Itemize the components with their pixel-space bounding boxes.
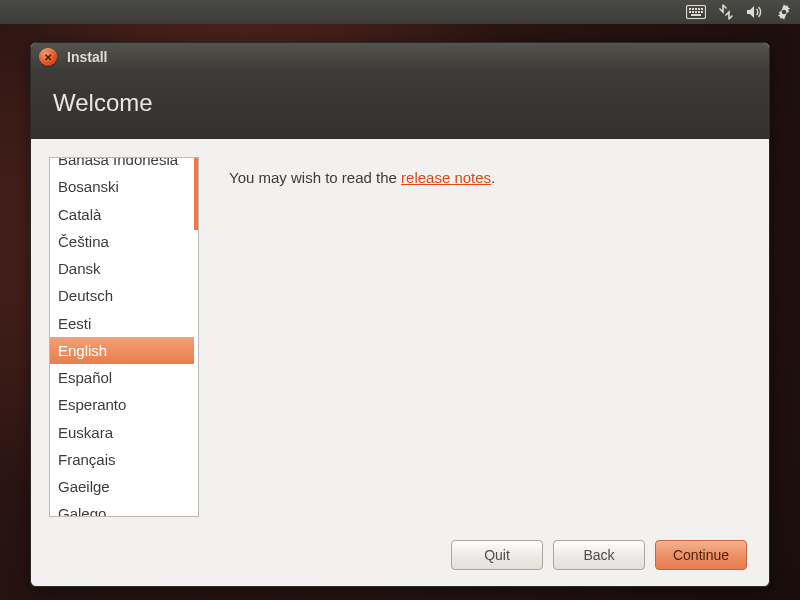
language-list[interactable]: Bahasa IndonesiaBosanskiCatalàČeštinaDan… — [49, 157, 199, 517]
svg-rect-10 — [701, 11, 703, 13]
svg-rect-9 — [698, 11, 700, 13]
language-option[interactable]: Bahasa Indonesia — [50, 157, 194, 173]
svg-point-12 — [782, 10, 786, 14]
language-option[interactable]: Dansk — [50, 255, 194, 282]
button-bar: Quit Back Continue — [31, 530, 769, 586]
close-icon[interactable]: ✕ — [39, 48, 57, 66]
svg-rect-7 — [692, 11, 694, 13]
svg-rect-6 — [689, 11, 691, 13]
svg-rect-11 — [691, 14, 701, 16]
message-suffix: . — [491, 169, 495, 186]
gear-icon[interactable] — [776, 4, 792, 20]
sound-icon[interactable] — [746, 4, 764, 20]
svg-rect-5 — [701, 8, 703, 10]
language-option[interactable]: Eesti — [50, 310, 194, 337]
language-option[interactable]: Esperanto — [50, 391, 194, 418]
svg-rect-4 — [698, 8, 700, 10]
quit-button[interactable]: Quit — [451, 540, 543, 570]
message-text: You may wish to read the release notes. — [229, 157, 495, 520]
language-option[interactable]: Gaeilge — [50, 473, 194, 500]
language-option[interactable]: Français — [50, 446, 194, 473]
top-menubar — [0, 0, 800, 24]
svg-rect-3 — [695, 8, 697, 10]
language-option[interactable]: Català — [50, 201, 194, 228]
release-notes-link[interactable]: release notes — [401, 169, 491, 186]
language-option[interactable]: Deutsch — [50, 282, 194, 309]
continue-button[interactable]: Continue — [655, 540, 747, 570]
network-icon[interactable] — [718, 4, 734, 20]
back-button[interactable]: Back — [553, 540, 645, 570]
message-prefix: You may wish to read the — [229, 169, 401, 186]
page-title: Welcome — [31, 71, 769, 139]
svg-rect-1 — [689, 8, 691, 10]
language-option[interactable]: Čeština — [50, 228, 194, 255]
language-option[interactable]: English — [50, 337, 194, 364]
titlebar[interactable]: ✕ Install — [31, 43, 769, 71]
language-option[interactable]: Euskara — [50, 419, 194, 446]
language-option[interactable]: Español — [50, 364, 194, 391]
language-option[interactable]: Galego — [50, 500, 194, 517]
svg-rect-8 — [695, 11, 697, 13]
installer-window: ✕ Install Welcome Bahasa IndonesiaBosans… — [30, 42, 770, 587]
content-area: Bahasa IndonesiaBosanskiCatalàČeštinaDan… — [31, 139, 769, 530]
scrollbar-thumb[interactable] — [194, 158, 198, 230]
window-title: Install — [67, 49, 107, 65]
keyboard-icon[interactable] — [686, 5, 706, 19]
svg-rect-2 — [692, 8, 694, 10]
language-option[interactable]: Bosanski — [50, 173, 194, 200]
